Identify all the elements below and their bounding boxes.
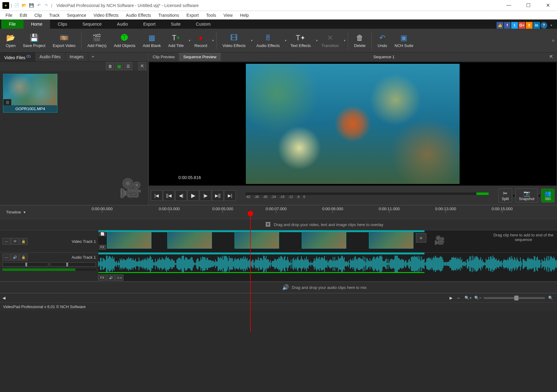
video-track-content[interactable]: 📈 FX ⤫ 🎥 Drag clip here to add to end of…: [98, 230, 557, 252]
bin-list-icon[interactable]: ☰: [124, 62, 132, 70]
scroll-left-icon[interactable]: ◀: [2, 296, 5, 300]
timeline-clip[interactable]: [167, 232, 212, 249]
bin-tab-add[interactable]: +: [88, 52, 98, 61]
step-forward-button[interactable]: |▶: [200, 190, 211, 201]
social-like-icon[interactable]: 👍: [497, 22, 503, 29]
next-clip-button[interactable]: ▶||: [212, 190, 224, 201]
menu-help[interactable]: Help: [236, 12, 253, 19]
track-collapse-button[interactable]: —: [2, 238, 10, 245]
undo-button[interactable]: ↶Undo: [374, 31, 391, 49]
record-drop-icon[interactable]: ▾: [211, 39, 214, 42]
audio-balance-slider[interactable]: [2, 262, 48, 267]
social-twitter-icon[interactable]: t: [511, 22, 518, 29]
timeline-ruler[interactable]: 0:00:00.000 0:00:03.000 0:00:05.000 0:00…: [92, 205, 557, 219]
open-button[interactable]: 📂Open: [2, 31, 19, 49]
transition-marker[interactable]: ⤫: [416, 233, 426, 243]
timeline-playhead[interactable]: [248, 211, 253, 216]
video-fx-drop-icon[interactable]: ▾: [250, 39, 253, 42]
overlay-track-hint[interactable]: 🖼 Drag and drop your video, text and ima…: [0, 219, 557, 230]
menu-track[interactable]: Track: [46, 12, 63, 19]
menu-sequence[interactable]: Sequence: [63, 12, 90, 19]
goto-start-button[interactable]: |◀: [151, 190, 162, 201]
audio-lock-button[interactable]: 🔒: [20, 254, 27, 261]
zoom-out-icon[interactable]: 🔍−: [474, 295, 482, 301]
bin-add-icon[interactable]: ▦: [115, 62, 123, 70]
social-share-icon[interactable]: ⇪: [526, 22, 533, 29]
track-visible-button[interactable]: 👁: [11, 238, 19, 245]
bin-popout-icon[interactable]: ⇱: [138, 62, 146, 70]
qa-undo-icon[interactable]: ↶: [36, 2, 42, 9]
clip-thumbnail[interactable]: ✔ ▥ GOPR1001.MP4: [3, 74, 57, 113]
prev-clip-button[interactable]: ||◀: [163, 190, 175, 201]
ribbon-more-icon[interactable]: »: [552, 37, 555, 44]
zoom-fit-icon[interactable]: 🔍: [547, 295, 555, 301]
audio-link-badge[interactable]: ⊂⊃: [115, 275, 123, 281]
social-help-icon[interactable]: ?: [541, 22, 547, 29]
text-effects-button[interactable]: T✦Text Effects: [287, 31, 314, 49]
zoom-in-icon[interactable]: 🔍+: [464, 295, 472, 301]
close-button[interactable]: ✕: [544, 2, 552, 8]
menu-view[interactable]: View: [220, 12, 236, 19]
audio-volume-slider[interactable]: [50, 262, 96, 267]
menu-tools[interactable]: Tools: [202, 12, 220, 19]
vr-360-button[interactable]: 👥360: [541, 189, 555, 203]
preview-tab-clip[interactable]: Clip Preview: [148, 53, 179, 61]
delete-button[interactable]: 🗑Delete: [351, 31, 369, 49]
track-curve-badge[interactable]: 📈: [99, 232, 106, 236]
bin-delete-icon[interactable]: 🗑: [106, 62, 114, 70]
menu-audioeffects[interactable]: Audio Effects: [122, 12, 155, 19]
social-facebook-icon[interactable]: f: [504, 22, 511, 29]
split-button[interactable]: ✂Split: [498, 189, 512, 203]
export-video-button[interactable]: 🎞️Export Video: [49, 31, 79, 49]
menu-clip[interactable]: Clip: [31, 12, 46, 19]
audio-speaker-badge[interactable]: 🔊: [107, 275, 115, 281]
add-title-drop-icon[interactable]: ▾: [187, 39, 190, 42]
fit-width-icon[interactable]: ↔: [454, 295, 462, 301]
qa-open-icon[interactable]: 📂: [21, 2, 27, 9]
split-drop-icon[interactable]: ▾: [513, 193, 515, 198]
track-fx-badge[interactable]: FX: [99, 245, 106, 250]
preview-popout-icon[interactable]: ⇱: [547, 53, 555, 61]
ribbon-tab-file[interactable]: File: [1, 20, 24, 29]
social-google-icon[interactable]: G+: [519, 22, 525, 29]
ribbon-tab-sequence[interactable]: Sequence: [75, 20, 109, 29]
ribbon-tab-suite[interactable]: Suite: [163, 20, 188, 29]
timeline-clip[interactable]: [107, 232, 151, 249]
maximize-button[interactable]: ☐: [524, 2, 533, 8]
timeline-clip[interactable]: [302, 232, 346, 249]
goto-end-button[interactable]: ▶|: [224, 190, 236, 201]
save-project-button[interactable]: 💾Save Project: [20, 31, 49, 49]
play-button[interactable]: ▶: [187, 190, 199, 201]
add-blank-button[interactable]: ▦Add Blank: [140, 31, 164, 49]
add-title-button[interactable]: T+Add Title: [165, 31, 187, 49]
add-files-button[interactable]: 🎬Add File(s): [84, 31, 110, 49]
audio-effects-button[interactable]: 🎚Audio Effects: [253, 31, 283, 49]
menu-file[interactable]: File: [2, 12, 16, 19]
audio-track-content[interactable]: FX 🔊 ⊂⊃: [98, 253, 557, 281]
audio-fx-badge[interactable]: FX: [98, 275, 106, 281]
zoom-slider[interactable]: [484, 297, 545, 299]
social-linkedin-icon[interactable]: in: [533, 22, 540, 29]
menu-export[interactable]: Export: [183, 12, 202, 19]
audio-mix-hint[interactable]: 🔊 Drag and drop your audio clips here to…: [0, 282, 557, 293]
preview-tab-sequence[interactable]: Sequence Preview: [179, 53, 220, 61]
bin-tab-video[interactable]: Video Files (1): [0, 52, 35, 61]
qa-save-icon[interactable]: 💾: [28, 2, 35, 9]
ribbon-tab-clips[interactable]: Clips: [50, 20, 75, 29]
menu-transitions[interactable]: Transitions: [155, 12, 183, 19]
audio-mute-button[interactable]: 🔊: [11, 254, 19, 261]
text-fx-drop-icon[interactable]: ▾: [315, 39, 318, 42]
minimize-button[interactable]: —: [504, 2, 513, 8]
nch-suite-button[interactable]: ▣NCH Suite: [391, 31, 417, 49]
timeline-clip[interactable]: [369, 232, 413, 249]
track-lock-button[interactable]: 🔒: [20, 238, 27, 245]
bin-content[interactable]: ✔ ▥ GOPR1001.MP4 🎥: [0, 71, 148, 205]
ribbon-tab-audio[interactable]: Audio: [109, 20, 136, 29]
audio-collapse-button[interactable]: —: [2, 254, 10, 261]
qa-redo-icon[interactable]: ↷: [43, 2, 49, 9]
transition-drop-icon[interactable]: ▾: [343, 39, 345, 42]
scroll-right-icon[interactable]: ▶: [450, 296, 453, 300]
menu-edit[interactable]: Edit: [16, 12, 31, 19]
step-back-button[interactable]: ◀|: [175, 190, 187, 201]
ribbon-tab-home[interactable]: Home: [24, 20, 50, 29]
